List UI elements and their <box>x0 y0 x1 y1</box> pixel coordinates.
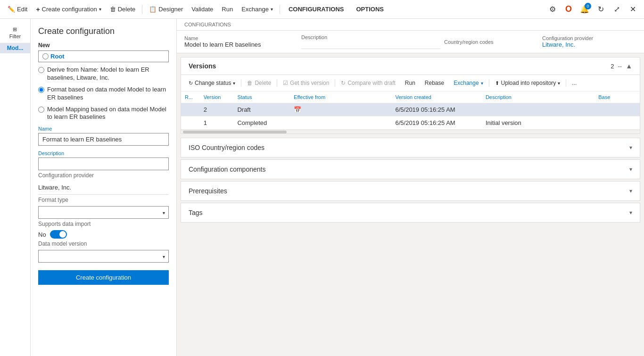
mapping-label[interactable]: Model Mapping based on data model Model … <box>47 106 169 122</box>
office-icon-btn[interactable]: O <box>561 2 576 17</box>
format-type-label: Format type <box>38 197 169 203</box>
collapsible-header-2[interactable]: Prerequisites ▾ <box>181 182 640 200</box>
row-status-cell: Draft <box>233 103 290 116</box>
format-type-select[interactable] <box>38 206 169 219</box>
exchange-button[interactable]: Exchange ▾ <box>238 4 277 15</box>
validate-button[interactable]: Validate <box>188 4 217 15</box>
settings-icon-btn[interactable]: ⚙ <box>545 2 560 17</box>
refresh-icon-btn[interactable]: ↻ <box>593 2 608 17</box>
get-version-icon: ☑ <box>283 80 288 86</box>
versions-dash: -- <box>618 63 622 70</box>
rebase-button[interactable]: Rebase <box>421 78 448 88</box>
data-model-version-select[interactable] <box>38 250 169 263</box>
change-status-button[interactable]: ↻ Change status ▾ <box>185 78 239 88</box>
designer-button[interactable]: 📋 Designer <box>145 4 187 15</box>
collapsible-title-2: Prerequisites <box>189 187 227 195</box>
country-col-header: Country/region codes <box>444 39 538 45</box>
calendar-icon[interactable]: 📅 <box>294 106 301 113</box>
description-input[interactable] <box>38 157 169 170</box>
derive-label[interactable]: Derive from Name: Model to learn ER base… <box>47 66 169 82</box>
options-tab[interactable]: OPTIONS <box>350 0 389 19</box>
col-header-description: Description <box>482 91 594 103</box>
create-configuration-button[interactable]: + Create configuration ▾ <box>32 4 105 15</box>
root-option[interactable]: Root <box>38 50 169 62</box>
get-this-version-button[interactable]: ☑ Get this version <box>279 78 333 88</box>
supports-import-toggle[interactable] <box>50 230 67 239</box>
row-desc-cell: Initial version <box>482 116 594 130</box>
row-created-cell: 6/5/2019 05:16:25 AM <box>391 103 481 116</box>
filter-button[interactable]: ⊞ Filter <box>6 23 25 43</box>
name-col-header: Name Model to learn ER baselines <box>184 35 297 48</box>
more-options-button[interactable]: ... <box>568 78 580 88</box>
versions-count: 2 <box>611 63 614 70</box>
upload-into-repository-button[interactable]: ⬆ Upload into repository ▾ <box>491 78 564 88</box>
data-model-version-label: Data model version <box>38 240 169 247</box>
compare-with-draft-button[interactable]: ↻ Compare with draft <box>337 78 399 88</box>
toolbar-exchange-button[interactable]: Exchange ▾ <box>450 78 487 88</box>
row-created-cell: 6/5/2019 05:16:25 AM <box>391 116 481 130</box>
supports-import-label: Supports data import <box>38 221 169 227</box>
row-base-cell <box>594 103 640 116</box>
derive-radio[interactable] <box>38 67 44 73</box>
delete-button[interactable]: 🗑 Delete <box>106 4 140 15</box>
col-header-r: R... <box>181 91 200 103</box>
versions-toolbar: ↻ Change status ▾ 🗑 Delete ☑ Get this ve… <box>181 75 640 91</box>
col-header-effective-from: Effective from <box>290 91 391 103</box>
config-header-grid: Name Model to learn ER baselines Descrip… <box>184 34 636 49</box>
row-effective-cell <box>290 116 391 130</box>
root-label[interactable]: Root <box>50 53 65 60</box>
configurations-tab[interactable]: CONFIGURATIONS <box>283 0 349 19</box>
upload-icon: ⬆ <box>495 80 499 86</box>
create-panel-title: Create configuration <box>38 26 169 36</box>
create-configuration-submit-button[interactable]: Create configuration <box>38 270 169 285</box>
col-header-version: Version <box>200 91 234 103</box>
versions-collapse-icon[interactable]: ▲ <box>626 62 632 70</box>
table-row[interactable]: 1 Completed 6/5/2019 05:16:25 AM Initial… <box>181 116 640 130</box>
toolbar-delete-button[interactable]: 🗑 Delete <box>243 78 275 88</box>
collapsible-section: ISO Country/region codes ▾ <box>181 138 640 157</box>
toolbar-sep-4 <box>489 79 489 87</box>
description-col-header: Description <box>301 34 440 49</box>
collapsible-header-3[interactable]: Tags ▾ <box>181 203 640 222</box>
versions-title: Versions <box>189 62 216 70</box>
row-r-cell <box>181 116 200 130</box>
row-status-cell: Completed <box>233 116 290 130</box>
toggle-knob <box>59 231 66 238</box>
fullscreen-icon-btn[interactable]: ⤢ <box>609 2 624 17</box>
toolbar-run-button[interactable]: Run <box>401 78 419 88</box>
run-button[interactable]: Run <box>218 4 237 15</box>
config-provider-value: Litware, Inc. <box>38 182 169 193</box>
root-radio[interactable] <box>42 53 49 59</box>
name-input[interactable] <box>38 133 169 146</box>
notifications-icon-btn[interactable]: 🔔 0 <box>577 2 592 17</box>
h-scroll-thumb[interactable] <box>183 131 287 133</box>
row-effective-cell: 📅 <box>290 103 391 116</box>
format-option[interactable]: Format based on data model Model to lear… <box>38 86 169 102</box>
nav-separator-1 <box>142 5 142 14</box>
toolbar-sep-2 <box>277 79 277 87</box>
edit-button[interactable]: ✏️ Edit <box>4 4 31 15</box>
config-provider-label: Configuration provider <box>38 172 169 179</box>
plus-icon: + <box>36 6 40 13</box>
collapsibles-container: ISO Country/region codes ▾ Configuration… <box>177 138 644 223</box>
mapping-radio[interactable] <box>38 107 44 113</box>
derive-option[interactable]: Derive from Name: Model to learn ER base… <box>38 66 169 82</box>
format-label[interactable]: Format based on data model Model to lear… <box>47 86 169 102</box>
table-row[interactable]: 2 Draft 📅 6/5/2019 05:16:25 AM <box>181 103 640 116</box>
filter-icon: ⊞ <box>13 26 17 33</box>
collapsible-header-1[interactable]: Configuration components ▾ <box>181 160 640 179</box>
close-icon-btn[interactable]: ✕ <box>625 2 640 17</box>
format-radio[interactable] <box>38 87 44 93</box>
chevron-down-icon: ▾ <box>629 188 632 194</box>
description-field-label: Description <box>38 150 169 156</box>
versions-header[interactable]: Versions 2 -- ▲ <box>181 58 640 75</box>
collapsible-header-0[interactable]: ISO Country/region codes ▾ <box>181 138 640 157</box>
sidebar-active-item[interactable]: Mod... <box>0 43 30 53</box>
model-mapping-option[interactable]: Model Mapping based on data model Model … <box>38 106 169 122</box>
toolbar-sep-1 <box>241 79 241 87</box>
horizontal-scrollbar[interactable] <box>181 130 640 133</box>
breadcrumb: CONFIGURATIONS <box>177 19 644 31</box>
versions-table: R... Version Status Effective from Versi <box>181 91 640 130</box>
designer-icon: 📋 <box>149 6 157 13</box>
exchange-chevron-icon2: ▾ <box>481 81 483 86</box>
